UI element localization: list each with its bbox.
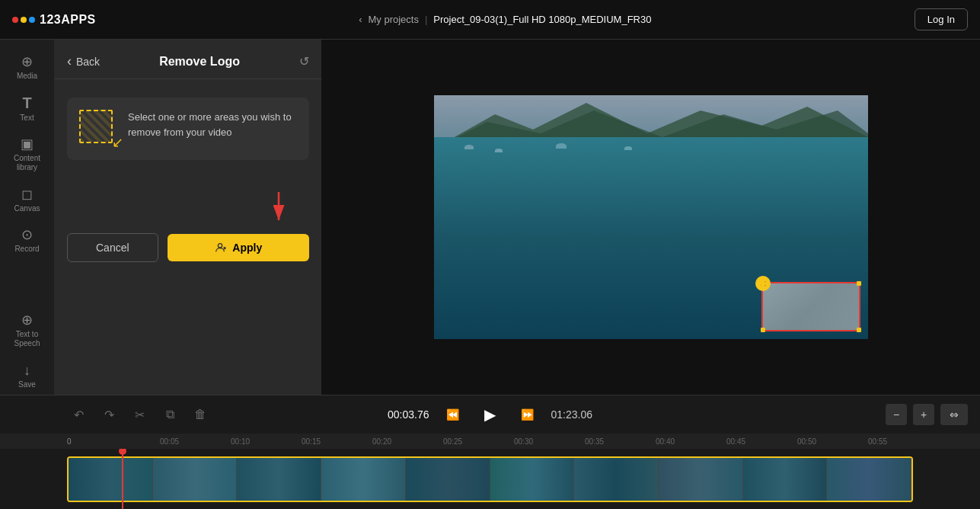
undo-button[interactable]: ↶ <box>67 403 90 426</box>
ruler-mark: 00:20 <box>346 437 417 446</box>
content-library-icon: ▣ <box>21 137 34 151</box>
handle-tr[interactable] <box>857 281 861 286</box>
timeline-area: ↶ ↷ ✂ ⧉ 🗑 00:03.76 ⏪ ▶ ⏩ 01:23.06 − + ⇔ … <box>0 395 980 509</box>
my-projects-label[interactable]: My projects <box>368 14 418 25</box>
boat4 <box>624 146 632 150</box>
back-label: Back <box>76 56 100 68</box>
cancel-button[interactable]: Cancel <box>67 233 158 262</box>
thumbnail-9 <box>743 458 828 501</box>
ruler-mark: 00:50 <box>771 437 842 446</box>
record-icon: ⊙ <box>21 228 33 242</box>
selection-icon <box>79 110 113 143</box>
thumbnail-2 <box>153 458 238 501</box>
arrow-indicator <box>67 184 309 230</box>
thumbnail-1 <box>69 458 153 501</box>
back-button[interactable]: ‹ Back <box>67 53 100 69</box>
tts-icon: ⊕ <box>21 313 33 327</box>
apply-label: Apply <box>232 242 262 254</box>
project-name: Project_09-03(1)_Full HD 1080p_MEDIUM_FR… <box>433 14 651 25</box>
logo-dot-red <box>12 17 18 23</box>
zoom-out-button[interactable]: − <box>886 404 907 425</box>
sidebar-label-tts: Text toSpeech <box>14 330 40 348</box>
handle-tl[interactable] <box>761 281 765 286</box>
current-time: 00:03.76 <box>388 408 429 421</box>
sidebar-item-save[interactable]: ↓ Save <box>0 357 54 395</box>
sidebar-item-text[interactable]: T Text <box>0 89 54 128</box>
fit-button[interactable]: ⇔ <box>940 404 968 425</box>
red-arrow-svg <box>248 188 294 230</box>
sidebar-item-record[interactable]: ⊙ Record <box>0 222 54 259</box>
selection-content <box>763 283 859 330</box>
logo-text: 123APPS <box>40 13 96 27</box>
thumbnail-6 <box>490 458 575 501</box>
ruler-marks-container: 00:05 00:10 00:15 00:20 00:25 00:30 00:3… <box>134 437 913 446</box>
sidebar-label-record: Record <box>14 245 39 253</box>
timeline-controls: ↶ ↷ ✂ ⧉ 🗑 00:03.76 ⏪ ▶ ⏩ 01:23.06 − + ⇔ <box>0 395 980 434</box>
panel: ‹ Back Remove Logo ↺ ↙ Select one or mor… <box>55 40 321 395</box>
logo: 123APPS <box>12 13 96 27</box>
redo-button[interactable]: ↷ <box>97 403 120 426</box>
timeline-right-controls: − + ⇔ <box>886 404 968 425</box>
thumbnail-7 <box>574 458 659 501</box>
copy-button[interactable]: ⧉ <box>158 403 181 426</box>
ruler-mark: 00:15 <box>276 437 346 446</box>
delete-button[interactable]: 🗑 <box>189 403 212 426</box>
timeline-ruler: 0 00:05 00:10 00:15 00:20 00:25 00:30 00… <box>0 434 980 449</box>
instruction-box: ↙ Select one or more areas you wish to r… <box>67 98 309 160</box>
timeline-left-controls: ↶ ↷ ✂ ⧉ 🗑 <box>67 403 212 426</box>
thumbnail-5 <box>406 458 490 501</box>
ruler-mark: 00:05 <box>134 437 205 446</box>
instruction-text: Select one or more areas you wish to rem… <box>128 110 297 139</box>
sidebar-item-media[interactable]: ⊕ Media <box>0 49 54 86</box>
handle-bl[interactable] <box>761 328 765 332</box>
ruler-mark: 00:35 <box>559 437 630 446</box>
boat3 <box>556 143 567 149</box>
my-projects-link[interactable]: ‹ <box>359 14 362 25</box>
logo-region <box>763 283 859 330</box>
text-icon: T <box>22 95 31 110</box>
play-button[interactable]: ▶ <box>477 401 504 428</box>
sidebar-label-canvas: Canvas <box>14 204 40 213</box>
zoom-in-button[interactable]: + <box>913 404 934 425</box>
panel-content: ↙ Select one or more areas you wish to r… <box>55 79 321 395</box>
sidebar-item-content-library[interactable]: ▣ Contentlibrary <box>0 131 54 178</box>
selection-icon-box: ↙ <box>79 110 117 148</box>
logo-dot-blue <box>29 17 35 23</box>
fast-forward-button[interactable]: ⏩ <box>516 403 539 426</box>
reset-button[interactable]: ↺ <box>299 54 309 69</box>
ruler-mark: 00:45 <box>701 437 771 446</box>
thumbnail-3 <box>237 458 321 501</box>
ruler-mark: 00:25 <box>417 437 488 446</box>
timeline-track <box>0 449 980 509</box>
handle-br[interactable] <box>857 328 861 332</box>
selection-arrow-icon: ↙ <box>112 134 123 151</box>
cut-button[interactable]: ✂ <box>128 403 151 426</box>
panel-buttons: Cancel Apply <box>67 233 309 262</box>
panel-title: Remove Logo <box>159 55 240 69</box>
logo-dot-yellow <box>21 17 27 23</box>
sidebar-item-canvas[interactable]: ◻ Canvas <box>0 181 54 219</box>
thumbnail-10 <box>827 458 911 501</box>
media-icon: ⊕ <box>21 55 33 69</box>
save-icon: ↓ <box>24 363 30 377</box>
rewind-button[interactable]: ⏪ <box>442 403 464 426</box>
apply-button[interactable]: Apply <box>168 234 309 261</box>
preview-area: ✕ <box>321 40 980 395</box>
topbar-center: ‹ My projects | Project_09-03(1)_Full HD… <box>359 14 651 25</box>
topbar: 123APPS ‹ My projects | Project_09-03(1)… <box>0 0 980 40</box>
ruler-mark: 00:55 <box>842 437 913 446</box>
sidebar-label-save: Save <box>18 380 36 389</box>
svg-point-1 <box>219 244 222 248</box>
track-content <box>67 456 913 502</box>
breadcrumb-separator: | <box>425 14 427 25</box>
total-time: 01:23.06 <box>551 408 593 421</box>
video-preview: ✕ <box>434 95 868 339</box>
video-selection-box[interactable]: ✕ <box>761 282 860 331</box>
canvas-icon: ◻ <box>21 187 33 201</box>
sidebar-item-tts[interactable]: ⊕ Text toSpeech <box>0 307 54 354</box>
boat1 <box>464 145 474 149</box>
ruler-start: 0 <box>67 437 72 446</box>
apply-icon <box>214 242 226 254</box>
login-button[interactable]: Log In <box>915 8 968 30</box>
sidebar-label-content-library: Contentlibrary <box>14 154 40 172</box>
